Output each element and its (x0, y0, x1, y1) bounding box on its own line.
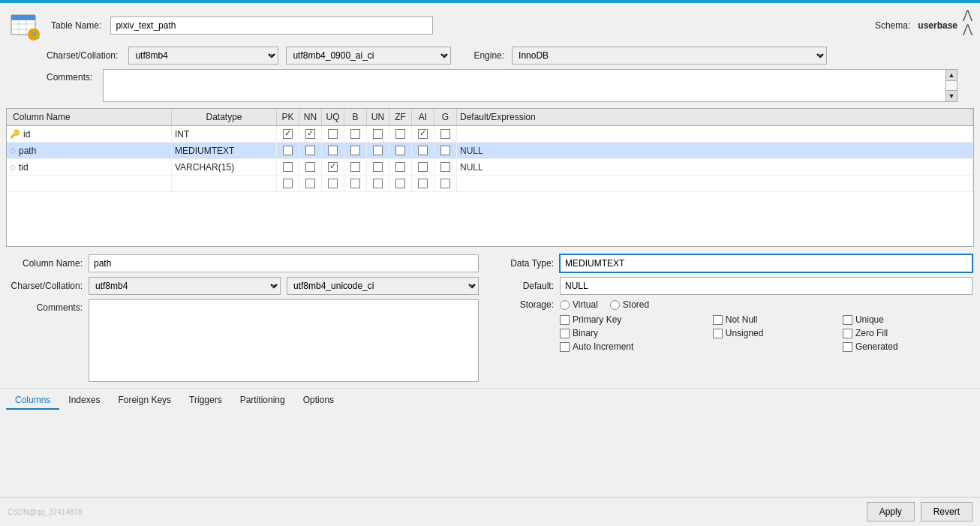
table-row-empty[interactable] (7, 176, 973, 192)
zero-fill-checkbox[interactable] (843, 329, 852, 338)
pk-checkbox-path[interactable] (283, 146, 293, 155)
scroll-down[interactable]: ▼ (945, 90, 957, 102)
b-checkbox-id[interactable] (350, 129, 360, 139)
pk-checkbox-tid[interactable] (283, 162, 293, 172)
col-cell-nn-tid[interactable] (299, 159, 322, 175)
col-cell-ai[interactable] (412, 126, 434, 142)
un-empty[interactable] (373, 179, 383, 188)
unique-checkbox[interactable] (843, 315, 852, 325)
comments-top-textarea[interactable] (103, 69, 950, 102)
default-input[interactable] (560, 277, 972, 295)
col-cell-g-path[interactable] (434, 143, 457, 158)
not-null-checkbox[interactable] (713, 315, 723, 325)
auto-increment-option[interactable]: Auto Increment (560, 341, 708, 352)
b-empty[interactable] (350, 179, 360, 188)
un-checkbox-path[interactable] (373, 146, 383, 155)
uq-empty[interactable] (328, 179, 338, 188)
col-cell-zf[interactable] (389, 126, 412, 142)
col-cell-nn[interactable] (299, 126, 322, 142)
col-cell-g-tid[interactable] (434, 159, 457, 175)
pk-checkbox-id[interactable] (283, 129, 293, 139)
ai-checkbox-tid[interactable] (418, 162, 428, 172)
table-name-input[interactable] (110, 17, 433, 35)
ai-empty[interactable] (418, 179, 428, 188)
pk-empty[interactable] (283, 179, 293, 188)
uq-checkbox-path[interactable] (328, 146, 338, 155)
tab-partitioning[interactable]: Partitioning (231, 392, 294, 410)
generated-option[interactable]: Generated (843, 341, 972, 352)
column-name-input[interactable] (89, 254, 479, 272)
nn-checkbox-path[interactable] (305, 146, 315, 155)
zf-empty[interactable] (395, 179, 405, 188)
primary-key-option[interactable]: Primary Key (560, 314, 708, 325)
stored-radio[interactable] (610, 300, 620, 310)
collation-select[interactable]: utf8mb4_0900_ai_ci (286, 47, 451, 65)
col-cell-uq[interactable] (322, 126, 344, 142)
col-cell-pk[interactable] (277, 126, 299, 142)
col-cell-b[interactable] (344, 126, 367, 142)
col-cell-un[interactable] (367, 126, 389, 142)
nn-checkbox-id[interactable] (305, 129, 315, 139)
tab-options[interactable]: Options (294, 392, 343, 410)
table-row[interactable]: ◇ path MEDIUMTEXT NULL (7, 143, 973, 159)
g-empty[interactable] (440, 179, 450, 188)
auto-increment-checkbox[interactable] (560, 342, 570, 352)
col-cell-pk-path[interactable] (277, 143, 299, 158)
g-checkbox-id[interactable] (440, 129, 450, 139)
tab-foreign-keys[interactable]: Foreign Keys (109, 392, 180, 410)
virtual-option[interactable]: Virtual (560, 299, 598, 310)
collation-detail-select[interactable]: utf8mb4_unicode_ci (287, 277, 479, 295)
col-cell-ai-path[interactable] (412, 143, 434, 158)
col-cell-zf-tid[interactable] (389, 159, 412, 175)
nn-empty[interactable] (305, 179, 315, 188)
table-row[interactable]: ◇ tid VARCHAR(15) NULL (7, 159, 973, 176)
not-null-option[interactable]: Not Null (713, 314, 838, 325)
col-cell-un-path[interactable] (367, 143, 389, 158)
scroll-up[interactable]: ▲ (945, 69, 957, 81)
col-cell-uq-tid[interactable] (322, 159, 344, 175)
zf-checkbox-id[interactable] (395, 129, 405, 139)
stored-option[interactable]: Stored (610, 299, 649, 310)
data-type-input[interactable] (560, 254, 972, 272)
uq-checkbox-tid[interactable] (328, 162, 338, 172)
col-cell-b-path[interactable] (344, 143, 367, 158)
engine-select[interactable]: InnoDB (512, 47, 827, 65)
tab-indexes[interactable]: Indexes (59, 392, 109, 410)
col-cell-nn-path[interactable] (299, 143, 322, 158)
g-checkbox-path[interactable] (440, 146, 450, 155)
collapse-icon[interactable]: ⋀⋀ (963, 8, 972, 36)
revert-button[interactable]: Revert (921, 502, 972, 521)
tab-columns[interactable]: Columns (6, 392, 59, 410)
g-checkbox-tid[interactable] (440, 162, 450, 172)
zf-checkbox-tid[interactable] (395, 162, 405, 172)
unique-option[interactable]: Unique (843, 314, 972, 325)
binary-option[interactable]: Binary (560, 328, 708, 338)
zero-fill-option[interactable]: Zero Fill (843, 328, 972, 338)
col-cell-ai-tid[interactable] (412, 159, 434, 175)
zf-checkbox-path[interactable] (395, 146, 405, 155)
col-cell-zf-path[interactable] (389, 143, 412, 158)
binary-checkbox[interactable] (560, 329, 570, 338)
charset-detail-select[interactable]: utf8mb4 (89, 277, 281, 295)
primary-key-checkbox[interactable] (560, 315, 570, 325)
tab-triggers[interactable]: Triggers (180, 392, 231, 410)
table-row[interactable]: 🔑 id INT (7, 126, 973, 143)
virtual-radio[interactable] (560, 300, 570, 310)
col-cell-pk-tid[interactable] (277, 159, 299, 175)
un-checkbox-id[interactable] (373, 129, 383, 139)
col-cell-g[interactable] (434, 126, 457, 142)
generated-checkbox[interactable] (843, 342, 852, 352)
apply-button[interactable]: Apply (867, 502, 915, 521)
un-checkbox-tid[interactable] (373, 162, 383, 172)
b-checkbox-tid[interactable] (350, 162, 360, 172)
col-cell-b-tid[interactable] (344, 159, 367, 175)
nn-checkbox-tid[interactable] (305, 162, 315, 172)
ai-checkbox-path[interactable] (418, 146, 428, 155)
unsigned-checkbox[interactable] (713, 329, 723, 338)
uq-checkbox-id[interactable] (328, 129, 338, 139)
col-cell-un-tid[interactable] (367, 159, 389, 175)
b-checkbox-path[interactable] (350, 146, 360, 155)
unsigned-option[interactable]: Unsigned (713, 328, 838, 338)
comments-detail-textarea[interactable] (89, 299, 479, 382)
ai-checkbox-id[interactable] (418, 129, 428, 139)
